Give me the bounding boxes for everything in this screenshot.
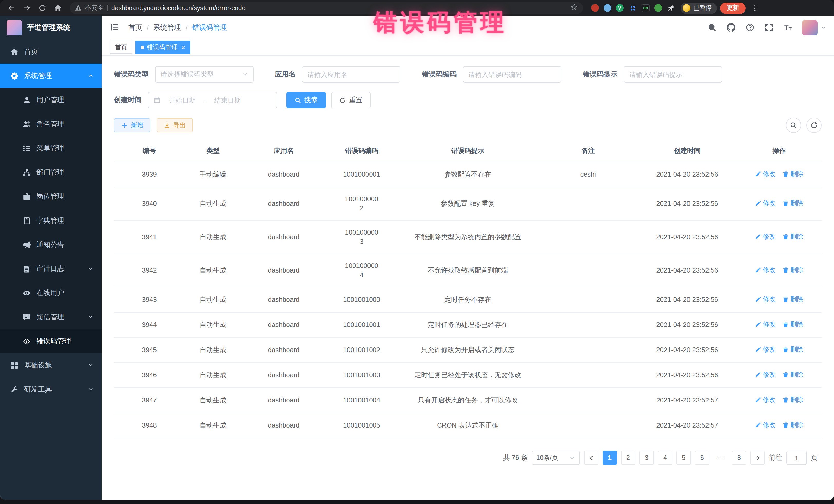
extension-red-circle[interactable] [591, 4, 599, 12]
sidebar-item[interactable]: 短信管理 [0, 305, 102, 329]
edit-link[interactable]: 修改 [755, 169, 775, 179]
sidebar-item[interactable]: 字典管理 [0, 209, 102, 233]
sidebar-item-label: 通知公告 [37, 240, 64, 249]
error-hint-input[interactable] [629, 70, 717, 78]
extension-dark-on[interactable]: on [641, 4, 650, 12]
delete-link[interactable]: 删除 [783, 420, 803, 430]
sidebar-item[interactable]: 部门管理 [0, 160, 102, 184]
error-code-input[interactable] [468, 70, 555, 78]
edit-link[interactable]: 修改 [755, 320, 775, 329]
cell-type: 自动生成 [185, 220, 241, 254]
app-name-input[interactable] [307, 70, 395, 78]
breadcrumb-system[interactable]: 系统管理 [153, 23, 181, 32]
prev-page-button[interactable] [584, 451, 598, 465]
paused-badge[interactable]: 已暂停 [681, 2, 717, 14]
delete-link[interactable]: 删除 [783, 169, 803, 179]
address-bar[interactable]: 不安全 dashboard.yudao.iocoder.cn/system/er… [70, 2, 583, 14]
page-button[interactable]: 8 [732, 451, 746, 465]
page-button[interactable]: 3 [639, 451, 654, 465]
tag-active[interactable]: 错误码管理× [135, 41, 190, 54]
page-button[interactable]: 1 [602, 451, 617, 465]
forward-icon[interactable] [21, 2, 33, 14]
app-name-input-wrap [302, 66, 400, 83]
sidebar-item[interactable]: 在线用户 [0, 281, 102, 305]
sidebar-item[interactable]: 错误码管理 [0, 329, 102, 353]
user-avatar [802, 20, 817, 35]
help-icon[interactable] [745, 23, 754, 32]
edit-link[interactable]: 修改 [755, 395, 775, 404]
filter-label: 错误码类型 [114, 70, 149, 79]
page-content: 错误码类型 请选择错误码类型 应用名 错误码编码 [102, 56, 834, 500]
delete-link[interactable]: 删除 [783, 370, 803, 379]
cell-time: 2021-04-20 23:52:56 [638, 312, 737, 337]
reset-button[interactable]: 重置 [331, 92, 371, 108]
back-icon[interactable] [5, 2, 18, 14]
sidebar-item[interactable]: 菜单管理 [0, 136, 102, 160]
extension-blue-drop[interactable] [603, 4, 611, 12]
edit-link[interactable]: 修改 [755, 345, 775, 354]
sidebar-item[interactable]: 首页 [0, 40, 102, 64]
edit-link[interactable]: 修改 [755, 232, 775, 241]
page-button[interactable]: 2 [621, 451, 635, 465]
page-button[interactable]: 4 [658, 451, 672, 465]
goto-unit-label: 页 [811, 453, 817, 462]
github-icon[interactable] [726, 23, 736, 32]
export-button[interactable]: 导出 [156, 118, 193, 132]
sidebar-item[interactable]: 通知公告 [0, 233, 102, 257]
start-date-input[interactable] [164, 96, 201, 104]
edit-link[interactable]: 修改 [755, 199, 775, 208]
search-icon[interactable] [707, 23, 717, 32]
delete-link[interactable]: 删除 [783, 232, 803, 241]
cell-app: dashboard [241, 187, 326, 220]
date-range-picker[interactable]: - [148, 92, 277, 108]
hamburger-icon[interactable] [110, 22, 120, 32]
extension-green-v[interactable]: V [616, 4, 623, 12]
more-pages-button[interactable]: ··· [714, 451, 728, 465]
home-icon[interactable] [51, 2, 64, 14]
delete-link[interactable]: 删除 [783, 294, 803, 304]
sidebar-item[interactable]: 基础设施 [0, 353, 102, 377]
update-button[interactable]: 更新 [720, 2, 746, 14]
sidebar-item[interactable]: 系统管理 [0, 64, 102, 88]
delete-link[interactable]: 删除 [783, 395, 803, 404]
page-button[interactable]: 6 [695, 451, 709, 465]
page-button[interactable]: 5 [676, 451, 691, 465]
breadcrumb-home[interactable]: 首页 [128, 23, 142, 32]
edit-link[interactable]: 修改 [755, 420, 775, 430]
reload-icon[interactable] [36, 2, 48, 14]
sidebar-item[interactable]: 角色管理 [0, 112, 102, 136]
chevron-down-icon [821, 25, 826, 30]
delete-link[interactable]: 删除 [783, 199, 803, 208]
add-button[interactable]: 新增 [114, 118, 150, 132]
refresh-button[interactable] [806, 117, 822, 133]
bookmark-star-icon[interactable] [571, 3, 578, 13]
delete-link[interactable]: 删除 [783, 320, 803, 329]
fontsize-icon[interactable] [783, 23, 792, 32]
end-date-input[interactable] [209, 96, 246, 104]
tag-close-icon[interactable]: × [181, 44, 185, 50]
edit-link[interactable]: 修改 [755, 370, 775, 379]
edit-link[interactable]: 修改 [755, 294, 775, 304]
sidebar-item[interactable]: 研发工具 [0, 377, 102, 401]
fullscreen-icon[interactable] [764, 23, 773, 32]
tag-item[interactable]: 首页 [110, 41, 132, 54]
edit-link[interactable]: 修改 [755, 265, 775, 275]
next-page-button[interactable] [750, 451, 765, 465]
app-logo[interactable]: 芋道管理系统 [0, 16, 102, 40]
user-menu[interactable] [802, 20, 826, 35]
page-size-select[interactable]: 10条/页 [532, 451, 580, 465]
goto-page-input[interactable] [786, 451, 807, 465]
sidebar-item[interactable]: 审计日志 [0, 257, 102, 281]
extension-green-leaf[interactable] [654, 4, 662, 12]
delete-link[interactable]: 删除 [783, 265, 803, 275]
error-type-select[interactable]: 请选择错误码类型 [155, 66, 253, 83]
delete-link[interactable]: 删除 [783, 345, 803, 354]
sidebar-item[interactable]: 岗位管理 [0, 184, 102, 209]
search-button[interactable]: 搜索 [286, 92, 326, 108]
browser-menu-icon[interactable] [749, 2, 761, 14]
extension-pin[interactable] [667, 4, 675, 12]
extension-blue-dots[interactable] [628, 4, 637, 12]
sidebar-item[interactable]: 用户管理 [0, 88, 102, 112]
cell-id: 3948 [114, 413, 185, 438]
toggle-search-button[interactable] [786, 117, 801, 133]
